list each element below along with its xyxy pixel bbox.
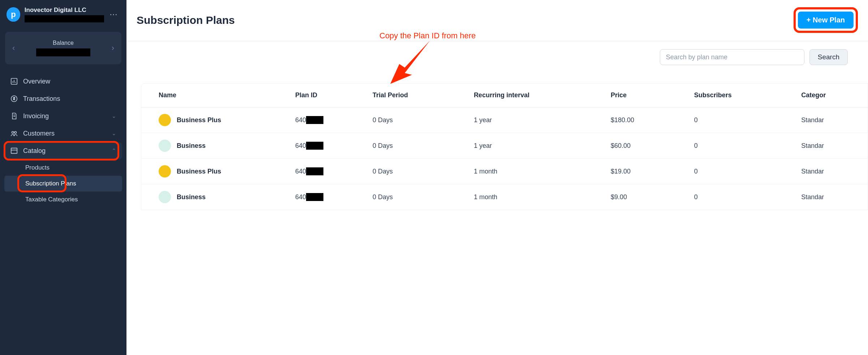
sidebar-item-label: Customers: [23, 130, 55, 137]
col-header-price[interactable]: Price: [606, 84, 689, 107]
annotation-text: Copy the Plan ID from here: [379, 31, 476, 40]
dashboard-icon: [10, 77, 18, 85]
plan-subscribers: 0: [689, 107, 796, 133]
balance-label: Balance: [36, 40, 90, 46]
table-row[interactable]: Business6400 Days1 month$9.000Standar: [141, 184, 868, 210]
sidebar-item-customers[interactable]: Customers ⌄: [4, 125, 122, 142]
org-switcher[interactable]: p Inovector Digital LLC ⋯: [4, 5, 123, 24]
plan-price: $19.00: [606, 159, 689, 184]
plan-trial: 0 Days: [368, 184, 469, 210]
sidebar-item-invoicing[interactable]: Invoicing ⌄: [4, 108, 122, 124]
plan-trial: 0 Days: [368, 133, 469, 159]
svg-point-2: [12, 132, 14, 134]
plan-color-dot: [159, 165, 171, 178]
plan-price: $60.00: [606, 133, 689, 159]
main-content: Subscription Plans + New Plan Search Cop…: [126, 0, 868, 355]
plan-id-redacted: [306, 167, 323, 175]
plan-color-dot: [159, 114, 171, 126]
plan-name: Business: [177, 193, 206, 201]
plan-name: Business: [177, 142, 206, 150]
sidebar-sub-products[interactable]: Products: [4, 160, 122, 176]
chevron-down-icon: ⌄: [112, 130, 116, 137]
sidebar-nav: Overview Transactions Invoicing ⌄ Cu: [4, 71, 123, 210]
chevron-down-icon: ⌄: [112, 113, 116, 119]
col-header-name[interactable]: Name: [141, 84, 290, 107]
page-title: Subscription Plans: [137, 14, 235, 26]
col-header-subscribers[interactable]: Subscribers: [689, 84, 796, 107]
plan-id: 640: [295, 193, 323, 201]
sidebar-item-transactions[interactable]: Transactions: [4, 90, 122, 107]
sidebar-item-overview[interactable]: Overview: [4, 73, 122, 90]
invoice-icon: [10, 112, 18, 120]
plan-interval: 1 month: [469, 184, 606, 210]
balance-value-redacted: [36, 48, 90, 56]
plan-subscribers: 0: [689, 184, 796, 210]
balance-card: ‹ Balance ›: [5, 32, 121, 64]
chevron-up-icon: ⌃: [112, 147, 116, 154]
plan-id-redacted: [306, 193, 323, 201]
sidebar-sub-taxable-categories[interactable]: Taxable Categories: [4, 192, 122, 208]
users-icon: [10, 129, 18, 137]
sidebar-item-label: Invoicing: [23, 112, 49, 120]
new-plan-button[interactable]: + New Plan: [798, 12, 854, 29]
plan-id: 640: [295, 142, 323, 150]
col-header-trial[interactable]: Trial Period: [368, 84, 469, 107]
plan-subscribers: 0: [689, 133, 796, 159]
org-more-menu[interactable]: ⋯: [108, 10, 120, 19]
plan-interval: 1 year: [469, 107, 606, 133]
search-button[interactable]: Search: [809, 49, 848, 65]
plan-name: Business Plus: [177, 168, 221, 175]
col-header-plan-id[interactable]: Plan ID: [290, 84, 368, 107]
plan-price: $9.00: [606, 184, 689, 210]
sidebar-item-label: Catalog: [23, 147, 46, 155]
plan-interval: 1 month: [469, 159, 606, 184]
plan-id: 640: [295, 116, 323, 124]
col-header-interval[interactable]: Recurring interval: [469, 84, 606, 107]
plan-trial: 0 Days: [368, 107, 469, 133]
plans-table: Name Plan ID Trial Period Recurring inte…: [141, 83, 868, 210]
plan-color-dot: [159, 140, 171, 152]
balance-next[interactable]: ›: [109, 42, 117, 54]
sidebar-item-label: Overview: [23, 78, 50, 85]
table-row[interactable]: Business Plus6400 Days1 year$180.000Stan…: [141, 107, 868, 133]
plan-category: Standar: [796, 159, 868, 184]
plan-interval: 1 year: [469, 133, 606, 159]
plan-trial: 0 Days: [368, 159, 469, 184]
page-header: Subscription Plans + New Plan: [126, 0, 868, 41]
svg-rect-4: [11, 148, 17, 154]
annotation-highlight-new-plan: + New Plan: [794, 7, 858, 33]
plan-subscribers: 0: [689, 159, 796, 184]
plan-category: Standar: [796, 107, 868, 133]
svg-point-3: [14, 132, 16, 134]
sidebar: p Inovector Digital LLC ⋯ ‹ Balance › Ov…: [0, 0, 126, 355]
plan-price: $180.00: [606, 107, 689, 133]
dollar-icon: [10, 95, 18, 103]
app-logo: p: [7, 7, 20, 22]
catalog-icon: [10, 147, 18, 155]
table-row[interactable]: Business Plus6400 Days1 month$19.000Stan…: [141, 159, 868, 184]
plan-id-redacted: [306, 142, 323, 150]
table-row[interactable]: Business6400 Days1 year$60.000Standar: [141, 133, 868, 159]
sidebar-sub-subscription-plans[interactable]: Subscription Plans: [4, 176, 122, 192]
search-input[interactable]: [660, 49, 804, 65]
org-name: Inovector Digital LLC: [25, 7, 104, 14]
sidebar-item-catalog[interactable]: Catalog ⌃: [4, 142, 122, 159]
catalog-submenu: Products Subscription Plans Taxable Cate…: [4, 160, 122, 208]
sidebar-item-label: Transactions: [23, 95, 60, 103]
plan-category: Standar: [796, 133, 868, 159]
search-bar: Search: [126, 41, 868, 69]
org-id-redacted: [25, 15, 104, 22]
plan-category: Standar: [796, 184, 868, 210]
plan-color-dot: [159, 191, 171, 203]
col-header-category[interactable]: Categor: [796, 84, 868, 107]
plan-id-redacted: [306, 116, 323, 124]
plan-id: 640: [295, 167, 323, 175]
balance-prev[interactable]: ‹: [9, 42, 18, 54]
plan-name: Business Plus: [177, 116, 221, 124]
